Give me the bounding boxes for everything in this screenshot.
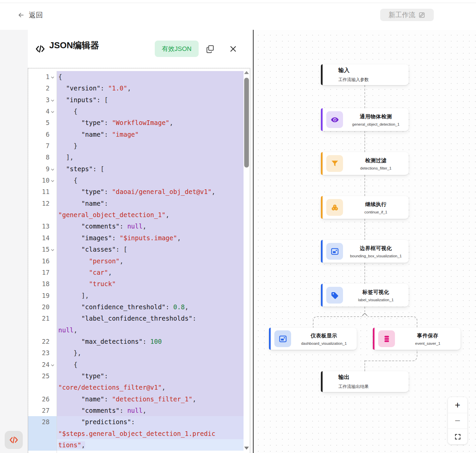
cluster-icon xyxy=(326,199,343,216)
code-line-12[interactable]: "general_object_detection_1", xyxy=(28,209,244,220)
fold-spacer xyxy=(50,209,55,220)
fold-spacer xyxy=(50,451,55,453)
workflow-node-input[interactable]: 输入工作流输入参数 xyxy=(321,64,409,85)
editor-scrollbar[interactable] xyxy=(244,69,249,452)
fold-toggle[interactable] xyxy=(50,359,55,370)
code-line-28[interactable]: 28 "predictions": xyxy=(28,416,244,428)
code-line-9[interactable]: 9 "steps": [ xyxy=(28,163,244,175)
code-line-15[interactable]: 15 "classes": [ xyxy=(28,244,244,255)
code-line-3[interactable]: 3 "inputs": [ xyxy=(28,94,244,106)
workflow-canvas[interactable]: 输入工作流输入参数通用物体检测general_object_detection_… xyxy=(254,30,476,453)
line-number xyxy=(36,451,50,453)
code-line-13[interactable]: 13 "comments": null, xyxy=(28,220,244,232)
fit-view-button[interactable] xyxy=(448,429,467,444)
code-text: "truck" xyxy=(57,278,244,289)
gutter-cell: 9 xyxy=(28,163,57,175)
fold-toggle[interactable] xyxy=(50,244,55,255)
image-box-icon xyxy=(326,243,343,260)
code-icon xyxy=(35,44,45,54)
canvas-zoom-controls: + − xyxy=(448,397,467,444)
zoom-out-button[interactable]: − xyxy=(448,413,467,429)
code-line-8[interactable]: 8 ], xyxy=(28,151,244,163)
line-number xyxy=(36,209,50,220)
workflow-node-detections-filter[interactable]: 检测过滤detections_filter_1 xyxy=(321,152,409,175)
code-line-25[interactable]: 25 "type": xyxy=(28,370,244,382)
arrow-up-icon xyxy=(361,312,368,317)
workflow-name-button[interactable]: 新工作流 xyxy=(380,9,434,21)
code-line-21[interactable]: 21 "label_confidence_thresholds": xyxy=(28,313,244,324)
workflow-node-event-saver[interactable]: 事件保存event_saver_1 xyxy=(373,328,461,350)
workflow-node-label-visualization[interactable]: 标签可视化label_visualization_1 xyxy=(321,284,409,307)
code-line-19[interactable]: 19 ], xyxy=(28,290,244,301)
code-line-27[interactable]: 27 "comments": null, xyxy=(28,405,244,416)
node-text: 边界框可视化bounding_box_visualization_1 xyxy=(343,245,409,258)
image-box-icon xyxy=(274,330,291,347)
fold-toggle[interactable] xyxy=(50,175,55,186)
close-button[interactable] xyxy=(228,44,238,54)
code-line-14[interactable]: 14 "images": "$inputs.image", xyxy=(28,232,244,244)
code-line-28[interactable]: tions", xyxy=(28,439,244,451)
gutter-cell: 13 xyxy=(28,220,57,232)
back-button[interactable]: 返回 xyxy=(17,10,43,20)
fullscreen-icon xyxy=(454,433,461,440)
node-subtitle: label_visualization_1 xyxy=(346,298,406,302)
code-line-26[interactable]: 26 "name": "detections_filter_1", xyxy=(28,393,244,405)
fold-toggle[interactable] xyxy=(50,106,55,117)
scroll-down-arrow-icon[interactable] xyxy=(244,447,249,450)
workflow-name: 新工作流 xyxy=(389,10,415,19)
workflow-node-bounding-box-visualization[interactable]: 边界框可视化bounding_box_visualization_1 xyxy=(321,240,409,263)
code-line-7[interactable]: 7 } xyxy=(28,140,244,151)
code-line-5[interactable]: 5 "type": "WorkflowImage", xyxy=(28,117,244,128)
code-text: "max_detections": 100 xyxy=(57,336,244,347)
node-title: 检测过滤 xyxy=(346,157,406,164)
code-line-1[interactable]: 1{ xyxy=(28,71,244,82)
back-label: 返回 xyxy=(29,10,43,20)
gutter-cell: 16 xyxy=(28,255,57,267)
node-text: 通用物体检测general_object_detection_1 xyxy=(343,113,409,126)
fold-toggle[interactable] xyxy=(50,71,55,82)
fold-toggle[interactable] xyxy=(50,163,55,175)
code-line-16[interactable]: 16 "person", xyxy=(28,255,244,267)
line-number: 28 xyxy=(36,416,50,428)
workflow-node-general-object-detection[interactable]: 通用物体检测general_object_detection_1 xyxy=(321,108,409,131)
node-accent-bar xyxy=(321,196,323,219)
copy-button[interactable] xyxy=(205,44,215,54)
code-line-10[interactable]: 10 { xyxy=(28,175,244,186)
workflow-node-output[interactable]: 输出工作流输出结果 xyxy=(321,371,409,392)
fold-spacer xyxy=(50,220,55,232)
connector-edge xyxy=(364,219,365,240)
workflow-node-dashboard-visualization[interactable]: 仪表板显示dashboard_visualization_1 xyxy=(269,328,357,350)
code-line-24[interactable]: 24 { xyxy=(28,359,244,370)
code-line-4[interactable]: 4 { xyxy=(28,106,244,117)
workflow-node-continue-if[interactable]: 继续执行continue_if_1 xyxy=(321,196,409,219)
fold-spacer xyxy=(50,405,55,416)
code-area[interactable]: 1{2 "version": "1.0",3 "inputs": [4 {5 "… xyxy=(28,68,250,453)
scrollbar-thumb[interactable] xyxy=(244,78,249,168)
node-subtitle: general_object_detection_1 xyxy=(346,122,406,126)
code-line-12[interactable]: 12 "name": xyxy=(28,198,244,209)
code-line-partial[interactable]: "image": "$inputs.image" xyxy=(28,451,244,453)
node-accent-bar xyxy=(373,328,375,350)
fold-spacer xyxy=(50,301,55,313)
code-editor-toggle-button[interactable] xyxy=(5,431,23,449)
code-line-23[interactable]: 23 }, xyxy=(28,347,244,359)
code-line-28[interactable]: "$steps.general_object_detection_1.predi… xyxy=(28,428,244,439)
fold-toggle[interactable] xyxy=(50,94,55,106)
code-line-22[interactable]: 22 "max_detections": 100 xyxy=(28,336,244,347)
node-text: 继续执行continue_if_1 xyxy=(343,201,409,214)
gutter-cell: 3 xyxy=(28,94,57,106)
gutter-cell: 1 xyxy=(28,71,57,82)
code-text: tions", xyxy=(57,439,244,451)
code-line-2[interactable]: 2 "version": "1.0", xyxy=(28,82,244,94)
code-line-17[interactable]: 17 "car", xyxy=(28,267,244,278)
zoom-in-button[interactable]: + xyxy=(448,397,467,413)
code-line-20[interactable]: 20 "confidence_threshold": 0.8, xyxy=(28,301,244,313)
scroll-up-arrow-icon[interactable] xyxy=(244,71,249,74)
gutter-cell xyxy=(28,382,57,393)
code-line-11[interactable]: 11 "type": "daoai/general_obj_det@v1", xyxy=(28,186,244,197)
code-line-21[interactable]: null, xyxy=(28,324,244,336)
code-line-6[interactable]: 6 "name": "image" xyxy=(28,129,244,140)
code-line-25[interactable]: "core/detections_filter@v1", xyxy=(28,382,244,393)
connector-edge xyxy=(364,131,365,152)
code-line-18[interactable]: 18 "truck" xyxy=(28,278,244,289)
